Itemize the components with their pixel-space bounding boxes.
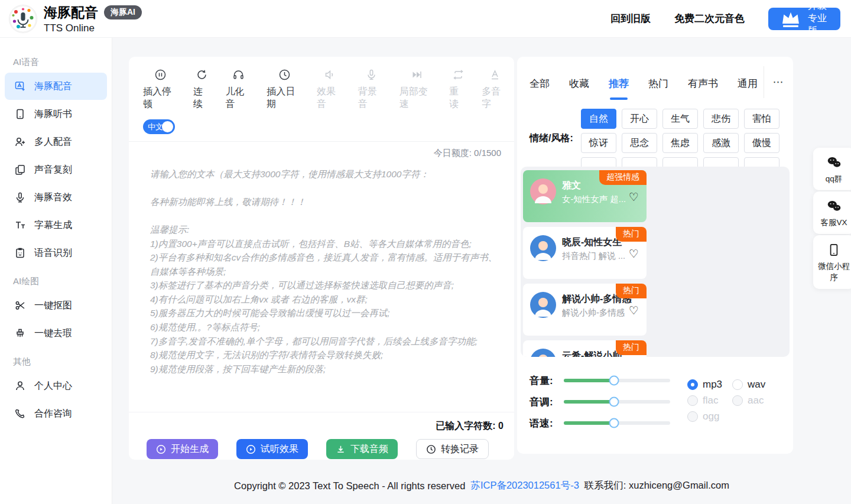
format-options: mp3 wav flac aac ogg: [687, 376, 777, 424]
float-label: 微信小程序: [816, 261, 851, 282]
language-toggle[interactable]: 中文: [143, 119, 175, 134]
favorite-heart-icon[interactable]: ♡: [629, 190, 639, 204]
toolbar-insert-pause[interactable]: 插入停顿: [143, 69, 178, 110]
dubbing-icon: [14, 80, 26, 92]
qq-group-button[interactable]: qq群: [813, 148, 851, 190]
sidebar-item-cutout[interactable]: 一键抠图: [5, 292, 107, 319]
speed-label: 语速:: [530, 417, 564, 430]
voice-badge: 热门: [616, 284, 647, 298]
clock-icon: [278, 69, 291, 81]
voice-card[interactable]: 热门 云希-解说小帅 解说小帅 抖音... ♡: [523, 340, 647, 357]
sidebar-item-subtitle-gen[interactable]: 字幕生成: [5, 212, 107, 239]
voice-card[interactable]: 超强情感 雅文 女-知性女声 超... ♡: [523, 170, 647, 222]
toolbar-background-sound[interactable]: 背景音: [358, 69, 385, 110]
emotion-surprise[interactable]: 惊讶: [581, 133, 616, 153]
customer-service-vx-button[interactable]: 客服VX: [813, 191, 851, 234]
voice-card[interactable]: 热门 晓辰-知性女生 抖音热门 解说 ... ♡: [523, 227, 647, 279]
generate-button[interactable]: 开始生成: [147, 439, 218, 459]
sidebar-item-voice-clone[interactable]: 声音复刻: [5, 156, 107, 183]
sidebar-item-sound-effects[interactable]: 海豚音效: [5, 184, 107, 211]
tab-all[interactable]: 全部: [530, 77, 550, 90]
toolbar-partial-speed[interactable]: 局部变速: [399, 69, 435, 110]
voice-card[interactable]: 热门 解说小帅-多情感 解说小帅-多情感 ♡: [523, 284, 647, 336]
format-wav[interactable]: wav: [732, 379, 777, 391]
sidebar-section-other: 其他: [0, 356, 112, 368]
toolbar-stress[interactable]: 重读: [449, 69, 467, 110]
emotion-angry[interactable]: 生气: [662, 109, 698, 129]
format-ogg[interactable]: ogg: [687, 411, 732, 422]
emotion-sad[interactable]: 悲伤: [703, 109, 739, 129]
toolbar-continuous[interactable]: 连续: [193, 69, 211, 110]
tab-favorites[interactable]: 收藏: [569, 77, 589, 90]
voice-panel: 全部 收藏 推荐 热门 有声书 通用 童 ⋯ 情绪/风格: 自然 开心 生气 悲…: [517, 57, 793, 454]
back-to-old-version-link[interactable]: 回到旧版: [610, 12, 651, 25]
voice-badge: 热门: [616, 227, 647, 242]
sidebar-item-label: 一键去瑕: [34, 327, 72, 340]
volume-slider[interactable]: [564, 379, 670, 382]
tab-audiobook[interactable]: 有声书: [688, 77, 718, 90]
favorite-heart-icon[interactable]: ♡: [629, 247, 639, 261]
toolbar-erhua[interactable]: 儿化音: [226, 69, 252, 110]
sidebar-item-retouch[interactable]: 一键去瑕: [5, 320, 107, 347]
slider-handle[interactable]: [609, 418, 619, 428]
sidebar-item-speech-recognition[interactable]: 语音识别: [5, 239, 107, 266]
toolbar-sound-effect[interactable]: 效果音: [317, 69, 343, 110]
emotion-fear[interactable]: 害怕: [744, 109, 779, 129]
slider-handle[interactable]: [609, 397, 619, 407]
voice-avatar: [530, 178, 556, 204]
wechat-miniprogram-button[interactable]: 微信小程序: [813, 235, 851, 288]
favorite-heart-icon[interactable]: ♡: [629, 304, 639, 317]
emotion-proud[interactable]: 傲慢: [744, 133, 779, 153]
brush-icon: [14, 327, 26, 339]
miniprogram-phone-icon: [826, 242, 842, 258]
sidebar-item-label: 海豚音效: [34, 191, 72, 204]
tab-general[interactable]: 通用: [738, 77, 758, 90]
sidebar-item-label: 字幕生成: [34, 219, 72, 232]
app-logo: [9, 5, 37, 32]
char-count-value: 0: [498, 421, 504, 431]
sidebar-item-listen-book[interactable]: 海豚听书: [5, 100, 107, 128]
tabs-more-button[interactable]: ⋯: [764, 66, 792, 98]
char-count: 已输入字符数: 0: [147, 420, 504, 433]
emotion-anxious[interactable]: 焦虑: [662, 133, 698, 153]
format-mp3[interactable]: mp3: [687, 379, 732, 391]
emotion-miss[interactable]: 思念: [622, 133, 657, 153]
tab-recommended[interactable]: 推荐: [609, 77, 629, 90]
sidebar-item-label: 个人中心: [34, 380, 72, 392]
sidebar-section-ai-draw: AI绘图: [0, 276, 112, 287]
people-plus-icon: [14, 136, 26, 148]
download-icon: [336, 444, 346, 454]
pitch-slider[interactable]: [564, 400, 670, 404]
toolbar-insert-date[interactable]: 插入日期: [267, 69, 302, 110]
radio-icon: [687, 411, 698, 422]
app-title-block: 海豚配音 海豚AI TTS Online: [44, 4, 142, 34]
slider-handle[interactable]: [609, 376, 619, 386]
tab-hot[interactable]: 热门: [648, 77, 668, 90]
sidebar-item-dolphin-dubbing[interactable]: 海豚配音: [5, 73, 107, 100]
voice-avatar: [530, 235, 556, 261]
toolbar-polyphonic[interactable]: 多音字: [482, 69, 508, 110]
voice-avatar: [530, 349, 556, 357]
sidebar-item-cooperation[interactable]: 合作咨询: [5, 400, 107, 427]
preview-button[interactable]: 试听效果: [236, 439, 308, 459]
speed-slider[interactable]: [564, 421, 670, 425]
emotion-grateful[interactable]: 感激: [703, 133, 739, 153]
conversion-history-button[interactable]: 转换记录: [416, 439, 489, 459]
page-footer: Copyright © 2023 Text To Speech - All ri…: [112, 467, 851, 504]
emotion-natural[interactable]: 自然: [581, 109, 616, 129]
sidebar-item-label: 海豚听书: [34, 108, 72, 121]
sidebar-item-profile[interactable]: 个人中心: [5, 372, 107, 399]
free-anime-voice-link[interactable]: 免费二次元音色: [674, 12, 745, 25]
slider-fill: [564, 421, 614, 425]
copy-icon: [14, 164, 26, 175]
format-aac[interactable]: aac: [732, 395, 777, 407]
icp-link[interactable]: 苏ICP备2023012561号-3: [470, 479, 579, 492]
play-circle-icon: [156, 444, 166, 454]
emotion-happy[interactable]: 开心: [622, 109, 657, 129]
phone-icon: [14, 108, 26, 120]
download-audio-button[interactable]: 下载音频: [326, 439, 398, 459]
sidebar-item-multi-voice[interactable]: 多人配音: [5, 128, 107, 155]
upgrade-pro-button[interactable]: 升级专业版: [768, 8, 840, 30]
format-flac[interactable]: flac: [687, 395, 732, 407]
text-input[interactable]: 请输入您的文本（最大支持3000字符，使用情感最大支持1000字符： 各种新功能…: [150, 167, 501, 362]
